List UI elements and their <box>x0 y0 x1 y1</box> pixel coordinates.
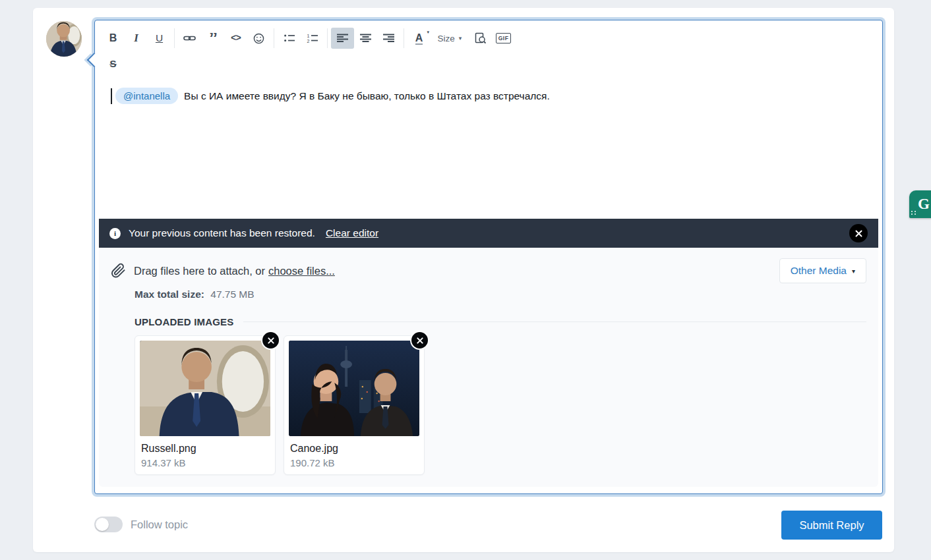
follow-topic-toggle[interactable] <box>94 517 123 532</box>
drag-files-text: Drag files here to attach, or <box>134 265 265 277</box>
restored-content-notice: i Your previous content has been restore… <box>99 219 878 248</box>
uploaded-files-list: Russell.png 914.37 kB <box>135 335 866 475</box>
toolbar-separator <box>404 28 404 48</box>
uploaded-images-header: UPLOADED IMAGES <box>135 316 866 327</box>
bold-button[interactable]: B <box>102 28 125 49</box>
gif-button[interactable]: GIF <box>492 28 515 49</box>
toggle-knob <box>96 518 109 531</box>
toolbar-separator <box>174 28 175 48</box>
caret-down-icon: ▾ <box>427 30 429 35</box>
header-divider <box>243 322 866 322</box>
toolbar-separator <box>327 28 328 48</box>
uploaded-file-card[interactable]: Canoe.jpg 190.72 kB <box>284 335 425 475</box>
svg-text:2: 2 <box>307 39 309 43</box>
uploaded-images-title: UPLOADED IMAGES <box>135 316 234 327</box>
toolbar-separator <box>274 28 274 48</box>
font-color-button[interactable]: A ▾ <box>407 28 431 49</box>
max-size-value: 47.75 MB <box>210 289 254 300</box>
quote-icon[interactable]: ” <box>201 33 224 43</box>
avatar[interactable] <box>46 21 82 57</box>
emoji-icon[interactable] <box>247 28 270 49</box>
grammarly-icon[interactable]: G <box>909 190 931 218</box>
grammarly-handle-dots <box>911 211 916 215</box>
max-size-label: Max total size: <box>135 289 204 300</box>
submit-reply-button[interactable]: Submit Reply <box>781 511 882 540</box>
caret-down-icon: ▾ <box>459 35 462 42</box>
other-media-button[interactable]: Other Media ▾ <box>779 258 866 283</box>
underline-button[interactable]: U <box>148 28 171 49</box>
paperclip-icon <box>111 263 126 279</box>
link-icon[interactable] <box>178 28 201 49</box>
avatar-image <box>46 21 82 57</box>
attachments-area[interactable]: Drag files here to attach, or choose fil… <box>99 248 878 487</box>
mention-chip[interactable]: @intanella <box>115 88 178 104</box>
file-thumbnail <box>140 341 270 436</box>
align-right-button[interactable] <box>377 28 400 49</box>
file-size: 190.72 kB <box>290 457 418 468</box>
editor-toolbar: B I U ” <> <box>95 20 882 76</box>
editor-content[interactable]: @intanellaВы с ИА имеете ввиду? Я в Баку… <box>95 76 882 219</box>
preview-icon[interactable] <box>469 28 492 49</box>
max-size-row: Max total size: 47.75 MB <box>135 289 866 300</box>
toolbar-row-1: B I U ” <> <box>102 24 876 52</box>
reply-text: Вы с ИА имеете ввиду? Я в Баку не бываю,… <box>184 90 550 101</box>
file-name: Canoe.jpg <box>290 443 418 455</box>
bullet-list-icon[interactable] <box>278 28 301 49</box>
info-icon: i <box>109 228 121 239</box>
file-size: 914.37 kB <box>141 457 269 468</box>
italic-button[interactable]: I <box>125 28 148 49</box>
reply-panel: B I U ” <> <box>33 8 894 552</box>
clear-editor-link[interactable]: Clear editor <box>326 227 378 239</box>
remove-file-icon[interactable] <box>411 332 428 349</box>
file-thumbnail <box>289 341 419 436</box>
close-icon[interactable] <box>849 224 868 242</box>
drag-drop-row: Drag files here to attach, or choose fil… <box>111 258 866 283</box>
ordered-list-icon[interactable]: 1 2 <box>301 28 324 49</box>
uploaded-file-card[interactable]: Russell.png 914.37 kB <box>135 335 276 475</box>
text-caret <box>111 88 112 104</box>
font-size-dropdown[interactable]: Size ▾ <box>431 28 469 49</box>
choose-files-link[interactable]: choose files... <box>268 265 335 277</box>
code-icon[interactable]: <> <box>224 28 247 49</box>
align-left-button[interactable] <box>331 28 354 49</box>
follow-topic-row: Follow topic <box>94 517 188 532</box>
file-name: Russell.png <box>141 443 269 455</box>
svg-text:1: 1 <box>307 34 309 38</box>
strikethrough-button[interactable]: S <box>102 53 125 74</box>
reply-editor: B I U ” <> <box>94 20 883 494</box>
remove-file-icon[interactable] <box>262 332 279 349</box>
notice-message: Your previous content has been restored. <box>129 227 315 239</box>
caret-down-icon: ▾ <box>852 267 855 275</box>
follow-topic-label: Follow topic <box>131 518 188 531</box>
toolbar-row-2: S <box>102 52 876 76</box>
align-center-button[interactable] <box>354 28 377 49</box>
